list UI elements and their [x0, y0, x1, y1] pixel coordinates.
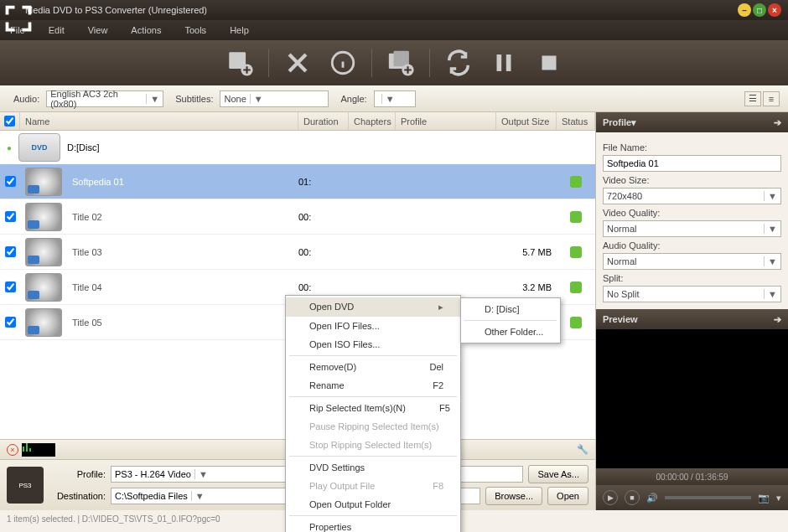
row-checkbox[interactable] [5, 317, 16, 328]
file-name-input[interactable] [603, 155, 781, 172]
menu-open-output[interactable]: Open Output Folder [286, 495, 460, 514]
context-menu: Open DVD▸ D: [Disc] Other Folder... Open… [285, 295, 461, 532]
maximize-button[interactable]: □ [753, 3, 766, 17]
menu-view[interactable]: View [88, 25, 108, 35]
menu-actions[interactable]: Actions [131, 25, 161, 35]
submenu-other-folder[interactable]: Other Folder... [461, 323, 560, 341]
table-row[interactable]: Title 02 00: [0, 199, 595, 235]
status-text: 1 item(s) selected. | D:\VIDEO_TS\VTS_01… [7, 514, 220, 524]
preview-controls: ▶ ■ 🔊 📷 ▾ [596, 485, 788, 510]
menu-rename[interactable]: RenameF2 [286, 376, 460, 395]
info-button[interactable] [326, 46, 360, 80]
play-icon[interactable]: ▶ [603, 490, 618, 505]
table-header: Name Duration Chapters Profile Output Si… [0, 112, 595, 131]
angle-label: Angle: [340, 94, 366, 104]
audio-select[interactable]: English AC3 2ch (0x80)▼ [46, 90, 163, 107]
volume-icon[interactable]: 🔊 [646, 493, 658, 504]
submenu-open-dvd: D: [Disc] Other Folder... [460, 297, 561, 343]
fullscreen-icon [3, 3, 34, 34]
volume-slider[interactable] [665, 496, 751, 499]
menu-dvd-settings[interactable]: DVD Settings [286, 458, 460, 477]
arrow-right-icon[interactable]: ➔ [774, 314, 781, 325]
svg-rect-7 [505, 54, 511, 71]
minimize-button[interactable]: – [738, 3, 751, 17]
row-checkbox[interactable] [5, 246, 16, 257]
disc-row[interactable]: ● DVD D:[Disc] [0, 131, 595, 164]
menu-open-iso[interactable]: Open ISO Files... [286, 335, 460, 354]
svg-rect-4 [393, 51, 408, 66]
col-name[interactable]: Name [20, 112, 298, 130]
row-name: Title 05 [67, 318, 298, 328]
remove-button[interactable] [281, 46, 314, 80]
menu-tools[interactable]: Tools [184, 25, 206, 35]
row-checkbox[interactable] [5, 211, 16, 222]
row-duration: 01: [298, 177, 349, 187]
row-checkbox[interactable] [5, 281, 16, 292]
preview-panel-header[interactable]: Preview ➔ [596, 309, 788, 329]
preview-timeline[interactable]: 00:00:00 / 01:36:59 [596, 468, 788, 485]
split-select[interactable]: No Split▼ [603, 286, 781, 302]
stop-button[interactable] [532, 46, 566, 80]
toolbar [0, 40, 788, 85]
table-row[interactable]: Title 03 00: 5.7 MB [0, 235, 595, 270]
open-button[interactable]: Open [547, 487, 588, 505]
row-duration: 00: [298, 282, 349, 292]
col-duration[interactable]: Duration [298, 112, 349, 130]
subtitles-select[interactable]: None▼ [220, 90, 329, 107]
menu-remove[interactable]: Remove(D)Del [286, 358, 460, 376]
cpu-close-icon[interactable]: × [7, 444, 18, 456]
wrench-icon[interactable]: 🔧 [577, 444, 588, 455]
audio-quality-select[interactable]: Normal▼ [603, 253, 781, 270]
video-quality-label: Video Quality: [603, 208, 781, 218]
subtitles-label: Subtitles: [175, 94, 213, 104]
thumbnail-icon [25, 308, 62, 337]
status-icon [570, 246, 582, 258]
cpu-graph [22, 443, 55, 457]
arrow-right-icon[interactable]: ➔ [774, 117, 781, 128]
menu-edit[interactable]: Edit [49, 25, 65, 35]
audio-quality-label: Audio Quality: [603, 240, 781, 251]
row-name: Title 04 [67, 282, 298, 292]
snapshot-icon[interactable]: 📷 [758, 493, 770, 504]
row-name: Title 02 [67, 212, 298, 222]
browse-button[interactable]: Browse... [485, 487, 542, 505]
col-status[interactable]: Status [557, 112, 595, 130]
table-row[interactable]: Softpedia 01 01: [0, 164, 595, 199]
angle-select[interactable]: ▼ [374, 90, 416, 107]
thumbnail-icon [25, 273, 62, 302]
profile-panel: File Name: Video Size: 720x480▼ Video Qu… [596, 132, 788, 309]
row-name: Title 03 [67, 247, 298, 257]
thumbnail-icon [25, 168, 62, 196]
video-size-select[interactable]: 720x480▼ [603, 188, 781, 204]
menu-open-dvd[interactable]: Open DVD▸ D: [Disc] Other Folder... [286, 297, 460, 317]
row-checkbox[interactable] [5, 176, 16, 187]
arrow-icon[interactable]: ▾ [776, 493, 781, 504]
col-profile[interactable]: Profile [396, 112, 496, 130]
close-button[interactable]: × [768, 3, 781, 17]
menu-properties[interactable]: Properties [286, 518, 460, 532]
col-chapters[interactable]: Chapters [349, 112, 396, 130]
stop-icon[interactable]: ■ [625, 490, 640, 505]
row-size: 3.2 MB [496, 282, 557, 292]
select-all-checkbox[interactable] [4, 116, 15, 127]
menu-rip[interactable]: Rip Selected Item(s)(N)F5 [286, 399, 460, 417]
split-label: Split: [603, 273, 781, 283]
view-detail-icon[interactable]: ≡ [763, 91, 780, 106]
row-name: Softpedia 01 [67, 177, 298, 187]
pause-button[interactable] [487, 46, 521, 80]
menu-open-ifo[interactable]: Open IFO Files... [286, 317, 460, 335]
video-quality-select[interactable]: Normal▼ [603, 220, 781, 237]
submenu-disc[interactable]: D: [Disc] [461, 300, 560, 318]
view-list-icon[interactable]: ☰ [744, 91, 761, 106]
menu-help[interactable]: Help [230, 25, 249, 35]
row-duration: 00: [298, 212, 349, 222]
profile-panel-header[interactable]: Profile▾ ➔ [596, 112, 788, 132]
col-output-size[interactable]: Output Size [496, 112, 557, 130]
save-as-button[interactable]: Save As... [528, 465, 588, 483]
add-files-button[interactable] [223, 46, 257, 80]
add-profile-button[interactable] [384, 46, 417, 80]
status-icon [570, 281, 582, 293]
audio-label: Audio: [13, 94, 39, 104]
profile-label: Profile: [50, 469, 106, 479]
convert-button[interactable] [442, 46, 475, 80]
